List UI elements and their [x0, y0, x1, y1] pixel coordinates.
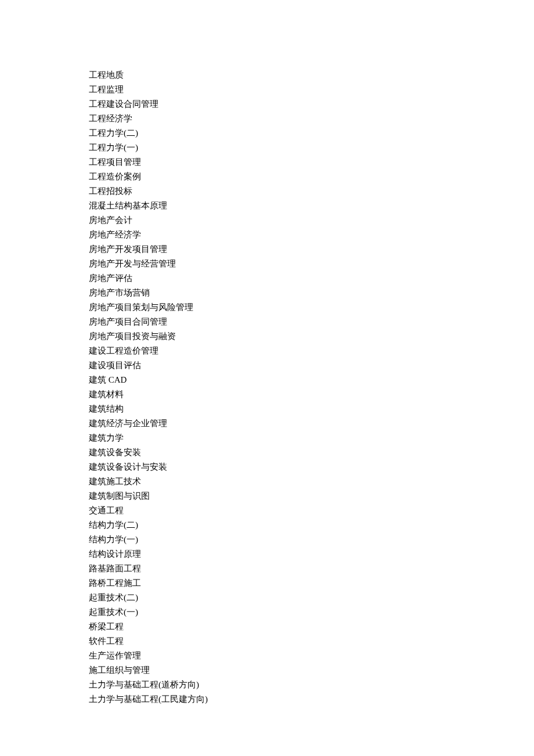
- course-item: 建筑结构: [89, 402, 534, 416]
- course-list: 工程地质工程监理工程建设合同管理工程经济学工程力学(二)工程力学(一)工程项目管…: [89, 68, 534, 707]
- course-item: 建筑设备安装: [89, 445, 534, 460]
- course-item: 建筑设备设计与安装: [89, 460, 534, 474]
- course-item: 交通工程: [89, 503, 534, 518]
- course-item: 工程项目管理: [89, 155, 534, 170]
- course-item: 工程招投标: [89, 184, 534, 199]
- course-item: 建设工程造价管理: [89, 344, 534, 358]
- course-item: 桥梁工程: [89, 620, 534, 634]
- course-item: 房地产市场营销: [89, 286, 534, 300]
- course-item: 房地产项目投资与融资: [89, 329, 534, 344]
- course-item: 房地产会计: [89, 213, 534, 228]
- course-item: 房地产经济学: [89, 228, 534, 242]
- course-item: 建筑材料: [89, 387, 534, 402]
- course-item: 房地产开发与经营管理: [89, 257, 534, 271]
- course-item: 生产运作管理: [89, 649, 534, 663]
- course-item: 建设项目评估: [89, 358, 534, 373]
- course-item: 工程经济学: [89, 111, 534, 126]
- course-item: 土力学与基础工程(道桥方向): [89, 678, 534, 692]
- course-item: 建筑 CAD: [89, 373, 534, 387]
- course-item: 建筑力学: [89, 431, 534, 445]
- course-item: 软件工程: [89, 634, 534, 649]
- course-item: 结构力学(一): [89, 532, 534, 547]
- course-item: 房地产项目策划与风险管理: [89, 300, 534, 315]
- course-item: 工程地质: [89, 68, 534, 82]
- course-item: 土力学与基础工程(工民建方向): [89, 692, 534, 707]
- course-item: 起重技术(二): [89, 591, 534, 605]
- course-item: 建筑经济与企业管理: [89, 416, 534, 431]
- course-item: 房地产开发项目管理: [89, 242, 534, 257]
- course-item: 结构力学(二): [89, 518, 534, 532]
- course-item: 建筑施工技术: [89, 474, 534, 489]
- course-item: 结构设计原理: [89, 547, 534, 561]
- course-item: 工程建设合同管理: [89, 97, 534, 111]
- course-item: 房地产项目合同管理: [89, 315, 534, 329]
- course-item: 混凝土结构基本原理: [89, 199, 534, 213]
- course-item: 建筑制图与识图: [89, 489, 534, 503]
- course-item: 路基路面工程: [89, 561, 534, 576]
- course-item: 施工组织与管理: [89, 663, 534, 678]
- course-item: 工程力学(一): [89, 141, 534, 155]
- course-item: 工程造价案例: [89, 170, 534, 184]
- course-item: 起重技术(一): [89, 605, 534, 620]
- course-item: 工程力学(二): [89, 126, 534, 141]
- course-item: 路桥工程施工: [89, 576, 534, 591]
- course-item: 工程监理: [89, 82, 534, 97]
- course-item: 房地产评估: [89, 271, 534, 286]
